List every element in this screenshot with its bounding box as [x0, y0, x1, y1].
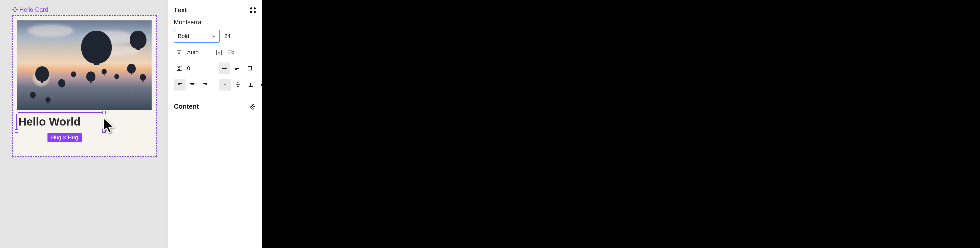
card-frame[interactable] — [12, 15, 157, 157]
svg-rect-15 — [248, 67, 251, 70]
resize-handle-tr[interactable] — [102, 111, 106, 114]
component-label[interactable]: Hello Card — [12, 6, 48, 13]
svg-rect-2 — [16, 9, 18, 11]
line-height-field[interactable]: Auto — [187, 49, 199, 56]
resize-handle-tl[interactable] — [15, 111, 18, 114]
apply-instance-icon[interactable] — [249, 103, 256, 110]
font-size-field[interactable]: 24 — [224, 33, 231, 40]
svg-point-28 — [253, 106, 255, 107]
paragraph-spacing-icon — [174, 63, 185, 74]
font-family-field[interactable]: Montserrat — [174, 19, 256, 26]
letter-spacing-icon: A — [214, 47, 225, 58]
svg-text:A: A — [218, 51, 220, 55]
chevron-down-icon — [212, 34, 216, 38]
resize-handle-bl[interactable] — [15, 129, 18, 133]
paragraph-spacing-field[interactable]: 0 — [187, 65, 190, 72]
auto-width-button[interactable] — [218, 62, 230, 74]
svg-rect-0 — [14, 7, 16, 9]
section-drag-handle-icon[interactable] — [250, 7, 256, 13]
svg-text:A: A — [178, 51, 181, 55]
svg-rect-1 — [12, 9, 14, 11]
text-layer-selection[interactable]: Hello World — [16, 112, 104, 131]
design-canvas[interactable]: Hello Card Hello World Hug × Hug — [0, 0, 167, 248]
resize-mode-badge: Hug × Hug — [48, 133, 82, 142]
svg-rect-3 — [14, 11, 16, 13]
align-top-button[interactable] — [219, 79, 231, 91]
text-section-title: Text — [174, 6, 187, 14]
component-icon — [12, 7, 18, 13]
properties-panel: Text Montserrat Bold 24 A Auto A — [167, 0, 262, 248]
auto-height-button[interactable] — [231, 62, 243, 74]
text-section: Text Montserrat Bold 24 A Auto A — [168, 0, 262, 96]
font-weight-select[interactable]: Bold — [174, 30, 220, 43]
card-title-text[interactable]: Hello World — [18, 115, 81, 128]
card-image — [18, 21, 151, 110]
cursor-icon — [102, 118, 116, 134]
align-left-button[interactable] — [174, 79, 186, 91]
font-weight-value: Bold — [178, 33, 189, 40]
align-center-button[interactable] — [186, 79, 198, 91]
content-section[interactable]: Content — [168, 96, 262, 117]
letter-spacing-field[interactable]: 0% — [228, 49, 235, 56]
content-section-title: Content — [174, 103, 199, 110]
align-middle-button[interactable] — [232, 79, 244, 91]
fixed-size-button[interactable] — [244, 62, 256, 74]
component-label-text: Hello Card — [19, 6, 48, 13]
align-bottom-button[interactable] — [245, 79, 256, 91]
align-right-button[interactable] — [199, 79, 211, 91]
line-height-icon: A — [174, 47, 185, 58]
empty-region — [262, 0, 980, 248]
